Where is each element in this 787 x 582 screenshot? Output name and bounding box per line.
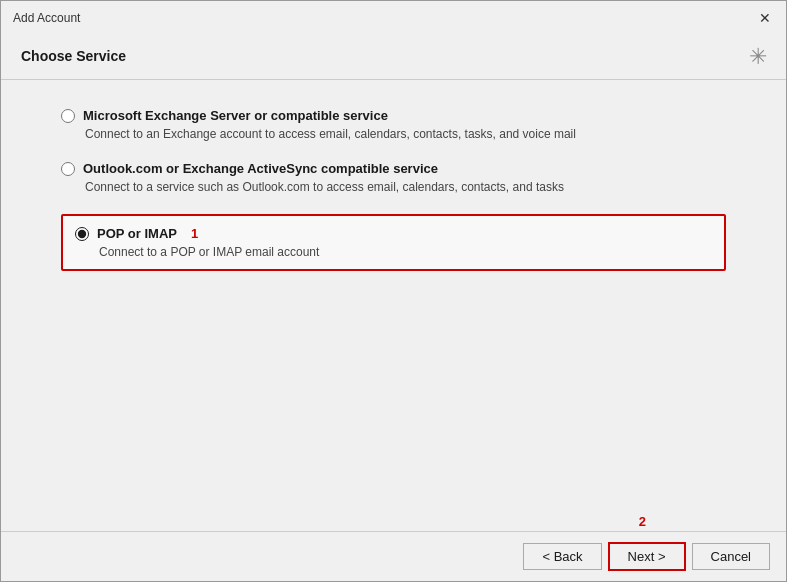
dialog-title: Add Account (13, 11, 80, 25)
cancel-button[interactable]: Cancel (692, 543, 770, 570)
option-activesync-label[interactable]: Outlook.com or Exchange ActiveSync compa… (61, 161, 726, 176)
footer: 2 < Back Next > Cancel (1, 531, 786, 581)
cursor-icon: ✳ (741, 40, 772, 71)
option-popimap-title: POP or IMAP (97, 226, 177, 241)
option-popimap-desc: Connect to a POP or IMAP email account (99, 245, 712, 259)
annotation-1: 1 (191, 226, 198, 241)
option-activesync-title: Outlook.com or Exchange ActiveSync compa… (83, 161, 438, 176)
option-exchange: Microsoft Exchange Server or compatible … (61, 108, 726, 141)
annotation-2: 2 (639, 514, 646, 529)
section-title: Choose Service (21, 48, 126, 64)
add-account-dialog: Add Account ✕ Choose Service ✳ Microsoft… (0, 0, 787, 582)
back-button[interactable]: < Back (523, 543, 601, 570)
option-activesync-desc: Connect to a service such as Outlook.com… (85, 180, 726, 194)
option-exchange-title: Microsoft Exchange Server or compatible … (83, 108, 388, 123)
content-area: Microsoft Exchange Server or compatible … (1, 80, 786, 531)
close-button[interactable]: ✕ (756, 9, 774, 27)
option-exchange-desc: Connect to an Exchange account to access… (85, 127, 726, 141)
next-button[interactable]: Next > (608, 542, 686, 571)
radio-activesync[interactable] (61, 162, 75, 176)
header-section: Choose Service ✳ (1, 33, 786, 80)
option-activesync: Outlook.com or Exchange ActiveSync compa… (61, 161, 726, 194)
radio-exchange[interactable] (61, 109, 75, 123)
option-exchange-label[interactable]: Microsoft Exchange Server or compatible … (61, 108, 726, 123)
radio-popimap[interactable] (75, 227, 89, 241)
option-popimap: POP or IMAP 1 Connect to a POP or IMAP e… (61, 214, 726, 271)
title-bar: Add Account ✕ (1, 1, 786, 33)
option-popimap-label[interactable]: POP or IMAP 1 (75, 226, 712, 241)
